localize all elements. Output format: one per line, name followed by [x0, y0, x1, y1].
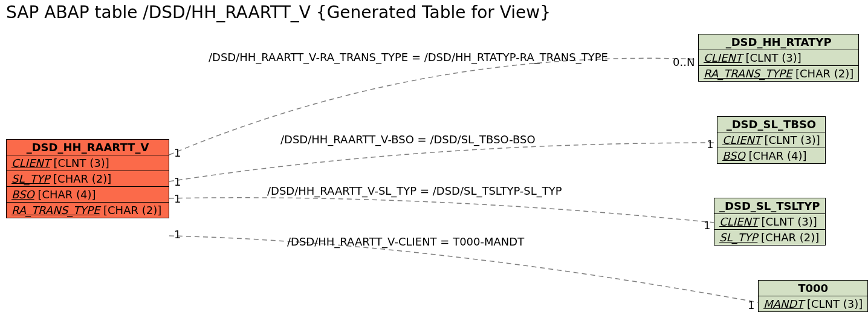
entity-field: MANDT [CLNT (3)]: [759, 296, 867, 311]
field-type: [CHAR (2)]: [53, 172, 111, 185]
entity-main-header: _DSD_HH_RAARTT_V: [7, 140, 169, 155]
entity-field: CLIENT [CLNT (3)]: [717, 132, 825, 148]
entity-main-field: CLIENT [CLNT (3)]: [7, 155, 169, 171]
field-name: SL_TYP: [719, 231, 757, 244]
diagram-canvas: SAP ABAP table /DSD/HH_RAARTT_V {Generat…: [0, 0, 868, 332]
field-name: MANDT: [763, 298, 803, 310]
field-name: BSO: [722, 149, 745, 162]
cardinality-left: 1: [174, 192, 181, 205]
entity-tsltyp: _DSD_SL_TSLTYP CLIENT [CLNT (3)] SL_TYP …: [714, 198, 826, 246]
field-type: [CHAR (4)]: [748, 149, 806, 162]
field-type: [CLNT (3)]: [745, 51, 801, 64]
entity-field: SL_TYP [CHAR (2)]: [714, 230, 825, 245]
entity-main-field: RA_TRANS_TYPE [CHAR (2)]: [7, 203, 169, 218]
cardinality-left: 1: [174, 175, 181, 188]
entity-tbso: _DSD_SL_TBSO CLIENT [CLNT (3)] BSO [CHAR…: [717, 116, 826, 164]
cardinality-right: 0..N: [673, 56, 695, 68]
field-name: CLIENT: [704, 51, 742, 64]
entity-field: BSO [CHAR (4)]: [717, 148, 825, 163]
field-name: SL_TYP: [11, 172, 50, 185]
field-name: RA_TRANS_TYPE: [11, 204, 100, 216]
entity-header: _DSD_SL_TBSO: [717, 117, 825, 132]
entity-field: CLIENT [CLNT (3)]: [714, 214, 825, 230]
field-type: [CHAR (2)]: [761, 231, 819, 244]
relation-label: /DSD/HH_RAARTT_V-SL_TYP = /DSD/SL_TSLTYP…: [267, 184, 562, 197]
entity-main-field: SL_TYP [CHAR (2)]: [7, 171, 169, 187]
cardinality-right: 1: [748, 299, 754, 311]
entity-field: RA_TRANS_TYPE [CHAR (2)]: [699, 66, 858, 81]
entity-header: _DSD_HH_RTATYP: [699, 34, 858, 50]
entity-t000: T000 MANDT [CLNT (3)]: [758, 280, 868, 312]
field-name: CLIENT: [11, 157, 50, 169]
field-type: [CHAR (2)]: [103, 204, 161, 216]
field-type: [CLNT (3)]: [53, 157, 109, 169]
entity-header: T000: [759, 281, 867, 296]
relation-label: /DSD/HH_RAARTT_V-RA_TRANS_TYPE = /DSD/HH…: [209, 51, 608, 63]
page-title: SAP ABAP table /DSD/HH_RAARTT_V {Generat…: [6, 2, 551, 22]
field-type: [CLNT (3)]: [807, 298, 863, 310]
cardinality-left: 1: [174, 146, 181, 159]
relation-label: /DSD/HH_RAARTT_V-CLIENT = T000-MANDT: [287, 235, 524, 248]
field-name: RA_TRANS_TYPE: [704, 67, 792, 80]
cardinality-right: 1: [704, 219, 710, 232]
field-type: [CLNT (3)]: [764, 134, 820, 146]
relation-label: /DSD/HH_RAARTT_V-BSO = /DSD/SL_TBSO-BSO: [280, 133, 536, 146]
field-type: [CHAR (2)]: [795, 67, 853, 80]
entity-header: _DSD_SL_TSLTYP: [714, 198, 825, 214]
entity-main: _DSD_HH_RAARTT_V CLIENT [CLNT (3)] SL_TY…: [6, 139, 169, 218]
field-type: [CLNT (3)]: [761, 215, 817, 228]
field-name: BSO: [11, 188, 34, 201]
entity-field: CLIENT [CLNT (3)]: [699, 50, 858, 66]
field-name: CLIENT: [719, 215, 758, 228]
cardinality-right: 1: [707, 138, 713, 151]
cardinality-left: 1: [174, 228, 181, 241]
entity-main-field: BSO [CHAR (4)]: [7, 187, 169, 203]
field-name: CLIENT: [722, 134, 761, 146]
entity-rtatyp: _DSD_HH_RTATYP CLIENT [CLNT (3)] RA_TRAN…: [698, 34, 859, 82]
field-type: [CHAR (4)]: [37, 188, 96, 201]
